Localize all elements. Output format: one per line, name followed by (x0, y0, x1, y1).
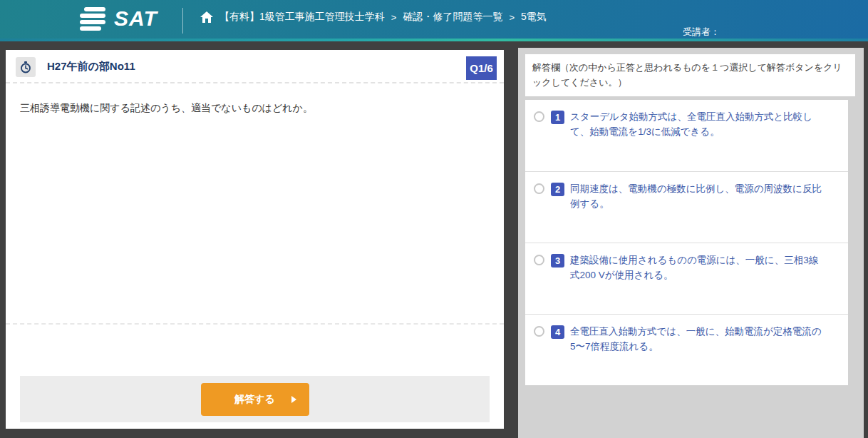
option-number-badge: 1 (551, 111, 564, 124)
breadcrumb-separator: > (509, 12, 515, 23)
option-text: 同期速度は、電動機の極数に比例し、電源の周波数に反比例する。 (570, 182, 824, 212)
option-text: 全電圧直入始動方式では、一般に、始動電流が定格電流の5〜7倍程度流れる。 (570, 325, 824, 355)
breadcrumb-course[interactable]: 【有料】1級管工事施工管理技士学科 (219, 11, 385, 24)
breadcrumb-separator: > (391, 12, 397, 23)
answer-options-list: 1 スターデルタ始動方式は、全電圧直入始動方式と比較して、始動電流を1/3に低減… (525, 100, 848, 385)
breadcrumb: 【有料】1級管工事施工管理技士学科 > 確認・修了問題等一覧 > 5電気 (219, 11, 547, 24)
radio-button-4[interactable] (534, 326, 544, 337)
header-divider (182, 8, 183, 34)
answer-option-1[interactable]: 1 スターデルタ始動方式は、全電圧直入始動方式と比較して、始動電流を1/3に低減… (525, 100, 848, 171)
answer-option-2[interactable]: 2 同期速度は、電動機の極数に比例し、電源の周波数に反比例する。 (525, 171, 848, 243)
sat-logo[interactable]: SAT (80, 6, 157, 31)
page: SAT 【有料】1級管工事施工管理技士学科 > 確認・修了問題等一覧 > 5電気… (0, 0, 868, 438)
option-number-badge: 4 (551, 325, 564, 339)
arrow-right-icon (291, 396, 296, 403)
question-title: H27午前の部No11 (47, 60, 135, 73)
option-number-badge: 3 (551, 254, 564, 268)
student-label: 受講者： (683, 26, 720, 39)
sat-logo-text: SAT (114, 6, 157, 31)
question-card-header: H27午前の部No11 Q1/6 (6, 50, 504, 83)
question-text: 三相誘導電動機に関する記述のうち、適当でないものはどれか。 (20, 100, 483, 116)
sat-logo-icon (80, 7, 105, 31)
answer-panel: 解答欄（次の中から正答と思われるものを１つ選択して解答ボタンをクリックしてくださ… (518, 48, 864, 438)
question-progress-badge: Q1/6 (466, 56, 497, 80)
timer-icon-box (16, 57, 36, 77)
option-text: スターデルタ始動方式は、全電圧直入始動方式と比較して、始動電流を1/3に低減でき… (570, 110, 824, 140)
question-divider (6, 323, 504, 325)
question-footer: 解答する (20, 376, 490, 422)
option-number-badge: 2 (551, 183, 564, 196)
breadcrumb-current-section: 5電気 (521, 11, 547, 24)
answer-instruction: 解答欄（次の中から正答と思われるものを１つ選択して解答ボタンをクリックしてくださ… (525, 54, 855, 96)
answer-option-3[interactable]: 3 建築設備に使用されるものの電源には、一般に、三相3線式200 Vが使用される… (525, 243, 848, 314)
option-text: 建築設備に使用されるものの電源には、一般に、三相3線式200 Vが使用される。 (570, 253, 824, 283)
home-icon[interactable] (200, 11, 213, 23)
submit-answer-button[interactable]: 解答する (201, 383, 309, 416)
radio-button-3[interactable] (534, 255, 544, 265)
answer-option-4[interactable]: 4 全電圧直入始動方式では、一般に、始動電流が定格電流の5〜7倍程度流れる。 (525, 314, 848, 385)
submit-answer-label: 解答する (234, 393, 275, 406)
app-header: SAT 【有料】1級管工事施工管理技士学科 > 確認・修了問題等一覧 > 5電気… (0, 0, 868, 41)
radio-button-1[interactable] (534, 111, 544, 122)
stopwatch-icon (20, 61, 31, 73)
radio-button-2[interactable] (534, 183, 544, 194)
question-card: H27午前の部No11 Q1/6 三相誘導電動機に関する記述のうち、適当でないも… (6, 50, 504, 429)
breadcrumb-problem-list[interactable]: 確認・修了問題等一覧 (403, 11, 502, 24)
